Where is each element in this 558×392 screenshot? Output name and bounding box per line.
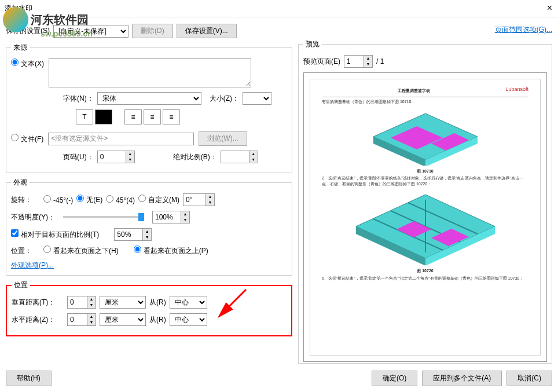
preview-area: 工程量调整签字表 Lubansoft 有量的调整基础（青色）的三维图形如下图 1… xyxy=(303,72,547,362)
opacity-slider[interactable] xyxy=(63,216,144,218)
rotate-custom-radio[interactable]: 自定义(M) xyxy=(138,195,179,205)
site-logo: 河东软件园 xyxy=(3,7,89,32)
rotate-45-radio[interactable]: 45°(4) xyxy=(106,195,135,204)
opacity-spinner[interactable]: ▲▼ xyxy=(152,211,190,224)
horiz-dist-spinner[interactable]: ▲▼ xyxy=(67,313,96,326)
abs-scale-spinner[interactable]: ▲▼ xyxy=(221,151,258,163)
logo-icon xyxy=(3,7,28,32)
relative-scale-spinner[interactable]: ▲▼ xyxy=(114,228,152,241)
watermark-text-input[interactable] xyxy=(49,58,251,87)
preview-page-total: / 1 xyxy=(376,57,384,65)
preview-fieldset: 预览 预览页面(E) ▲▼ / 1 工程量调整签字表 Lubansoft 有量的… xyxy=(298,39,552,364)
vert-from-label: 从(R) xyxy=(149,298,166,307)
doc-fig-label-2: 图 10720 xyxy=(322,268,528,274)
delete-button[interactable]: 删除(D) xyxy=(132,24,173,38)
horiz-from-combo[interactable]: 中心 xyxy=(170,313,207,326)
appearance-fieldset: 外观 旋转： -45°(-) 无(E) 45°(4) 自定义(M) ▲▼ 不透明… xyxy=(6,178,292,276)
appearance-legend: 外观 xyxy=(11,178,30,188)
size-combo[interactable] xyxy=(243,92,271,105)
doc-3d-figure-1 xyxy=(362,108,489,166)
preview-page-label: 预览页面(E) xyxy=(303,57,340,67)
save-settings-button[interactable]: 保存设置(V)... xyxy=(177,24,237,38)
doc-3d-figure-2 xyxy=(350,190,501,265)
file-radio[interactable]: 文件(F) xyxy=(11,134,43,144)
align-center-icon[interactable]: ≡ xyxy=(144,109,161,124)
doc-brand-logo: Lubansoft xyxy=(505,86,528,96)
rotate-value-spinner[interactable]: ▲▼ xyxy=(183,193,215,206)
source-legend: 来源 xyxy=(11,43,30,53)
vert-dist-spinner[interactable]: ▲▼ xyxy=(67,296,96,309)
ok-button[interactable]: 确定(O) xyxy=(372,371,417,386)
appearance-options-link[interactable]: 外观选项(P)... xyxy=(11,261,54,269)
cancel-button[interactable]: 取消(C) xyxy=(506,371,552,386)
doc-fig-label-1: 图 10710 xyxy=(322,168,528,174)
pos-above-radio[interactable]: 看起来在页面之上(P) xyxy=(134,246,208,256)
doc-title: 工程量调整签字表 xyxy=(398,88,430,94)
relative-scale-check[interactable]: 相对于目标页面的比例(T) xyxy=(11,229,99,240)
logo-text: 河东软件园 xyxy=(31,12,89,28)
apply-multiple-button[interactable]: 应用到多个文件(A) xyxy=(422,371,502,386)
help-button[interactable]: 帮助(H) xyxy=(6,371,52,386)
doc-paragraph: 6、选择"框选结束"，提示"指定第一个角点""指定第二个角点"有量的调整基础（青… xyxy=(322,276,528,281)
opacity-label: 不透明度(Y)： xyxy=(11,213,55,222)
page-range-link[interactable]: 页面范围选项(G)... xyxy=(495,25,552,34)
doc-paragraph: 2、选择"点选结束"，提示"删除不要要的线条"选择对象，选择后右键，提示"点击区… xyxy=(322,175,528,187)
pos-below-radio[interactable]: 看起来在页面之下(H) xyxy=(43,246,119,256)
font-label: 字体(N)： xyxy=(63,94,94,104)
horiz-unit-combo[interactable]: 厘米 xyxy=(100,313,146,326)
rotate-neg45-radio[interactable]: -45°(-) xyxy=(43,195,73,204)
align-right-icon[interactable]: ≡ xyxy=(163,109,180,124)
browse-button[interactable]: 浏览(W)... xyxy=(199,131,247,146)
preview-page-spinner[interactable]: ▲▼ xyxy=(344,55,373,68)
horiz-dist-label: 水平距离(Z)： xyxy=(12,315,64,325)
doc-paragraph: 有量的调整基础（青色）的三维图形如下图 10710： xyxy=(322,99,528,105)
align-left-icon[interactable]: ≡ xyxy=(124,109,142,124)
text-color-icon[interactable]: T xyxy=(76,109,93,124)
vert-from-combo[interactable]: 中心 xyxy=(170,296,207,309)
position-label: 位置： xyxy=(11,246,40,256)
text-radio[interactable]: 文本(X) xyxy=(11,58,44,69)
page-num-label: 页码(U)： xyxy=(63,152,94,162)
close-icon[interactable]: × xyxy=(547,3,552,13)
horiz-from-label: 从(R) xyxy=(149,315,166,325)
source-fieldset: 来源 文本(X) 字体(N)： 宋体 大小(Z)： T ≡ ≡ ≡ 文件(F) xyxy=(6,43,292,173)
fill-color-icon[interactable] xyxy=(95,109,112,124)
file-path-input[interactable] xyxy=(48,133,194,145)
preview-legend: 预览 xyxy=(303,39,322,49)
vert-unit-combo[interactable]: 厘米 xyxy=(100,296,146,309)
position-fieldset: 位置 垂直距离(T)： ▲▼ 厘米 从(R) 中心 水平距离(Z)： ▲▼ 厘米… xyxy=(6,280,292,336)
position-legend: 位置 xyxy=(12,280,30,290)
rotate-none-radio[interactable]: 无(E) xyxy=(76,195,102,205)
abs-scale-label: 绝对比例(B)： xyxy=(173,152,217,162)
vert-dist-label: 垂直距离(T)： xyxy=(12,298,64,307)
size-label: 大小(Z)： xyxy=(210,94,239,104)
rotate-label: 旋转： xyxy=(11,195,40,205)
page-num-spinner[interactable]: ▲▼ xyxy=(97,151,135,163)
font-combo[interactable]: 宋体 xyxy=(97,92,201,105)
